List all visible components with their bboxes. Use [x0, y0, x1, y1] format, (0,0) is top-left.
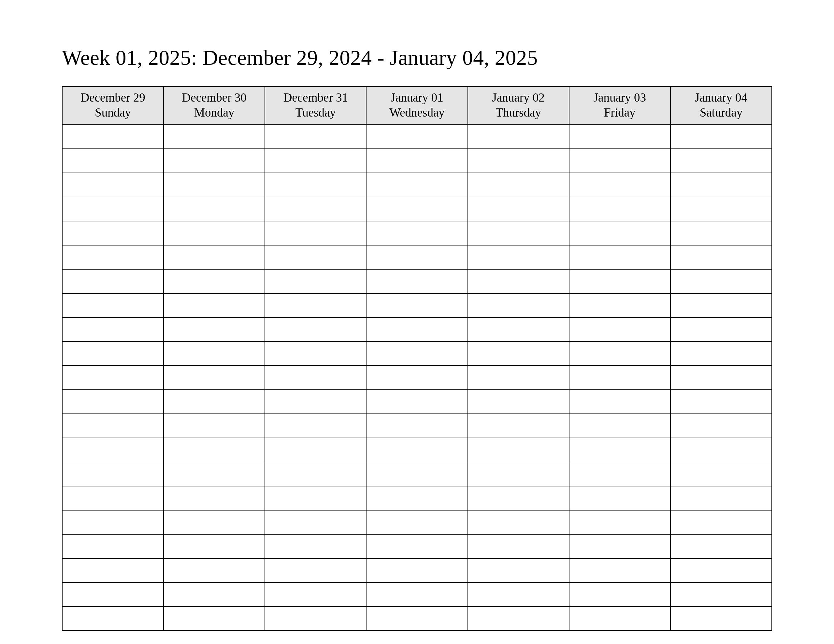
calendar-cell[interactable] — [265, 245, 366, 269]
calendar-cell[interactable] — [265, 607, 366, 631]
calendar-cell[interactable] — [62, 438, 163, 462]
calendar-cell[interactable] — [569, 534, 671, 558]
calendar-cell[interactable] — [265, 510, 366, 534]
calendar-cell[interactable] — [163, 245, 265, 269]
calendar-cell[interactable] — [163, 197, 265, 221]
calendar-cell[interactable] — [671, 173, 772, 197]
calendar-cell[interactable] — [265, 125, 366, 149]
calendar-cell[interactable] — [569, 245, 671, 269]
calendar-cell[interactable] — [468, 197, 569, 221]
calendar-cell[interactable] — [569, 486, 671, 510]
calendar-cell[interactable] — [62, 245, 163, 269]
calendar-cell[interactable] — [265, 583, 366, 607]
calendar-cell[interactable] — [366, 125, 467, 149]
calendar-cell[interactable] — [468, 149, 569, 173]
calendar-cell[interactable] — [468, 534, 569, 558]
calendar-cell[interactable] — [62, 125, 163, 149]
calendar-cell[interactable] — [366, 390, 467, 414]
calendar-cell[interactable] — [163, 414, 265, 438]
calendar-cell[interactable] — [366, 173, 467, 197]
calendar-cell[interactable] — [671, 366, 772, 390]
calendar-cell[interactable] — [265, 221, 366, 245]
calendar-cell[interactable] — [366, 534, 467, 558]
calendar-cell[interactable] — [163, 318, 265, 342]
calendar-cell[interactable] — [671, 269, 772, 293]
calendar-cell[interactable] — [163, 558, 265, 583]
calendar-cell[interactable] — [366, 462, 467, 486]
calendar-cell[interactable] — [265, 269, 366, 293]
calendar-cell[interactable] — [671, 293, 772, 318]
calendar-cell[interactable] — [569, 149, 671, 173]
calendar-cell[interactable] — [671, 245, 772, 269]
calendar-cell[interactable] — [163, 510, 265, 534]
calendar-cell[interactable] — [163, 221, 265, 245]
calendar-cell[interactable] — [366, 583, 467, 607]
calendar-cell[interactable] — [265, 390, 366, 414]
calendar-cell[interactable] — [265, 438, 366, 462]
calendar-cell[interactable] — [569, 173, 671, 197]
calendar-cell[interactable] — [569, 462, 671, 486]
calendar-cell[interactable] — [62, 583, 163, 607]
calendar-cell[interactable] — [163, 486, 265, 510]
calendar-cell[interactable] — [62, 293, 163, 318]
calendar-cell[interactable] — [569, 438, 671, 462]
calendar-cell[interactable] — [468, 173, 569, 197]
calendar-cell[interactable] — [569, 583, 671, 607]
calendar-cell[interactable] — [62, 366, 163, 390]
calendar-cell[interactable] — [468, 293, 569, 318]
calendar-cell[interactable] — [163, 269, 265, 293]
calendar-cell[interactable] — [671, 583, 772, 607]
calendar-cell[interactable] — [163, 607, 265, 631]
calendar-cell[interactable] — [366, 486, 467, 510]
calendar-cell[interactable] — [163, 462, 265, 486]
calendar-cell[interactable] — [366, 221, 467, 245]
calendar-cell[interactable] — [163, 366, 265, 390]
calendar-cell[interactable] — [265, 414, 366, 438]
calendar-cell[interactable] — [366, 438, 467, 462]
calendar-cell[interactable] — [468, 269, 569, 293]
calendar-cell[interactable] — [468, 438, 569, 462]
calendar-cell[interactable] — [163, 342, 265, 366]
calendar-cell[interactable] — [671, 607, 772, 631]
calendar-cell[interactable] — [366, 197, 467, 221]
calendar-cell[interactable] — [569, 414, 671, 438]
calendar-cell[interactable] — [569, 342, 671, 366]
calendar-cell[interactable] — [62, 149, 163, 173]
calendar-cell[interactable] — [569, 293, 671, 318]
calendar-cell[interactable] — [671, 462, 772, 486]
calendar-cell[interactable] — [671, 534, 772, 558]
calendar-cell[interactable] — [163, 583, 265, 607]
calendar-cell[interactable] — [62, 510, 163, 534]
calendar-cell[interactable] — [62, 342, 163, 366]
calendar-cell[interactable] — [671, 558, 772, 583]
calendar-cell[interactable] — [366, 366, 467, 390]
calendar-cell[interactable] — [468, 414, 569, 438]
calendar-cell[interactable] — [671, 149, 772, 173]
calendar-cell[interactable] — [265, 173, 366, 197]
calendar-cell[interactable] — [569, 197, 671, 221]
calendar-cell[interactable] — [468, 486, 569, 510]
calendar-cell[interactable] — [671, 342, 772, 366]
calendar-cell[interactable] — [366, 149, 467, 173]
calendar-cell[interactable] — [265, 462, 366, 486]
calendar-cell[interactable] — [62, 173, 163, 197]
calendar-cell[interactable] — [62, 486, 163, 510]
calendar-cell[interactable] — [569, 221, 671, 245]
calendar-cell[interactable] — [366, 414, 467, 438]
calendar-cell[interactable] — [569, 558, 671, 583]
calendar-cell[interactable] — [366, 342, 467, 366]
calendar-cell[interactable] — [468, 390, 569, 414]
calendar-cell[interactable] — [62, 390, 163, 414]
calendar-cell[interactable] — [163, 293, 265, 318]
calendar-cell[interactable] — [468, 366, 569, 390]
calendar-cell[interactable] — [366, 558, 467, 583]
calendar-cell[interactable] — [265, 318, 366, 342]
calendar-cell[interactable] — [265, 366, 366, 390]
calendar-cell[interactable] — [468, 558, 569, 583]
calendar-cell[interactable] — [569, 390, 671, 414]
calendar-cell[interactable] — [62, 607, 163, 631]
calendar-cell[interactable] — [468, 318, 569, 342]
calendar-cell[interactable] — [569, 318, 671, 342]
calendar-cell[interactable] — [468, 583, 569, 607]
calendar-cell[interactable] — [62, 558, 163, 583]
